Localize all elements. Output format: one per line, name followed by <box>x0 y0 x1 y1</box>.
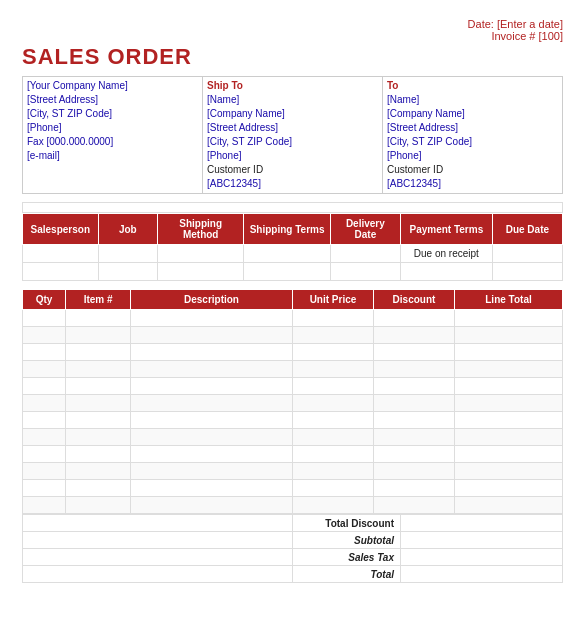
items-table: Qty Item # Description Unit Price Discou… <box>22 289 563 514</box>
ship-city: [City, ST ZIP Code] <box>207 135 378 149</box>
page-title: SALES ORDER <box>22 44 563 70</box>
sales-delivery-date <box>330 245 400 263</box>
sales-row-1: Due on receipt <box>23 245 563 263</box>
ship-cid: [ABC12345] <box>207 177 378 191</box>
to-cid-label: Customer ID <box>387 163 558 177</box>
col-job: Job <box>98 214 157 245</box>
subtotal-label: Subtotal <box>293 532 401 549</box>
item-row <box>23 378 563 395</box>
to-cid: [ABC12345] <box>387 177 558 191</box>
item-row <box>23 310 563 327</box>
item-row <box>23 480 563 497</box>
col-shipping-method: Shipping Method <box>157 214 243 245</box>
col-shipping-terms: Shipping Terms <box>244 214 330 245</box>
sales-table: Salesperson Job Shipping Method Shipping… <box>22 213 563 281</box>
spacer-table <box>22 202 563 213</box>
sales-tax-value <box>401 549 563 566</box>
sales-tax-label: Sales Tax <box>293 549 401 566</box>
total-discount-label: Total Discount <box>293 515 401 532</box>
to-company: [Company Name] <box>387 107 558 121</box>
date-label: Date: [Enter a date] <box>22 18 563 30</box>
sales-shipping-terms <box>244 245 330 263</box>
col-qty: Qty <box>23 290 66 310</box>
col-discount: Discount <box>373 290 454 310</box>
col-due-date: Due Date <box>492 214 562 245</box>
subtotal-value <box>401 532 563 549</box>
from-city: [City, ST ZIP Code] <box>27 107 198 121</box>
from-email: [e-mail] <box>27 149 198 163</box>
sales-due-date <box>492 245 562 263</box>
ship-phone: [Phone] <box>207 149 378 163</box>
item-row <box>23 412 563 429</box>
sales-shipping-method <box>157 245 243 263</box>
sales-salesperson <box>23 245 99 263</box>
total-row: Total <box>23 566 563 583</box>
to-street: [Street Address] <box>387 121 558 135</box>
col-payment-terms: Payment Terms <box>400 214 492 245</box>
ship-street: [Street Address] <box>207 121 378 135</box>
to-phone: [Phone] <box>387 149 558 163</box>
from-fax: Fax [000.000.0000] <box>27 135 198 149</box>
item-row <box>23 497 563 514</box>
col-description: Description <box>130 290 292 310</box>
address-table: [Your Company Name] [Street Address] [Ci… <box>22 76 563 194</box>
from-phone: [Phone] <box>27 121 198 135</box>
total-discount-row: Total Discount <box>23 515 563 532</box>
item-row <box>23 429 563 446</box>
item-row <box>23 327 563 344</box>
col-item: Item # <box>66 290 131 310</box>
ship-to-label: Ship To <box>207 79 378 93</box>
sales-payment-terms: Due on receipt <box>400 245 492 263</box>
summary-table: Total Discount Subtotal Sales Tax Total <box>22 514 563 583</box>
page: Date: [Enter a date] Invoice # [100] SAL… <box>0 0 585 640</box>
subtotal-row: Subtotal <box>23 532 563 549</box>
item-row <box>23 446 563 463</box>
col-unit-price: Unit Price <box>292 290 373 310</box>
item-row <box>23 395 563 412</box>
col-delivery-date: Delivery Date <box>330 214 400 245</box>
sales-row-2 <box>23 263 563 281</box>
to-name: [Name] <box>387 93 558 107</box>
to-label: To <box>387 79 558 93</box>
ship-cid-label: Customer ID <box>207 163 378 177</box>
sales-tax-row: Sales Tax <box>23 549 563 566</box>
item-row <box>23 463 563 480</box>
col-line-total: Line Total <box>454 290 562 310</box>
item-row <box>23 344 563 361</box>
ship-company: [Company Name] <box>207 107 378 121</box>
total-discount-value <box>401 515 563 532</box>
sales-job <box>98 245 157 263</box>
header-date-invoice: Date: [Enter a date] Invoice # [100] <box>22 18 563 42</box>
to-city: [City, ST ZIP Code] <box>387 135 558 149</box>
total-value <box>401 566 563 583</box>
item-row <box>23 361 563 378</box>
from-street: [Street Address] <box>27 93 198 107</box>
ship-name: [Name] <box>207 93 378 107</box>
total-label: Total <box>293 566 401 583</box>
col-salesperson: Salesperson <box>23 214 99 245</box>
invoice-label: Invoice # [100] <box>22 30 563 42</box>
from-company: [Your Company Name] <box>27 79 198 93</box>
